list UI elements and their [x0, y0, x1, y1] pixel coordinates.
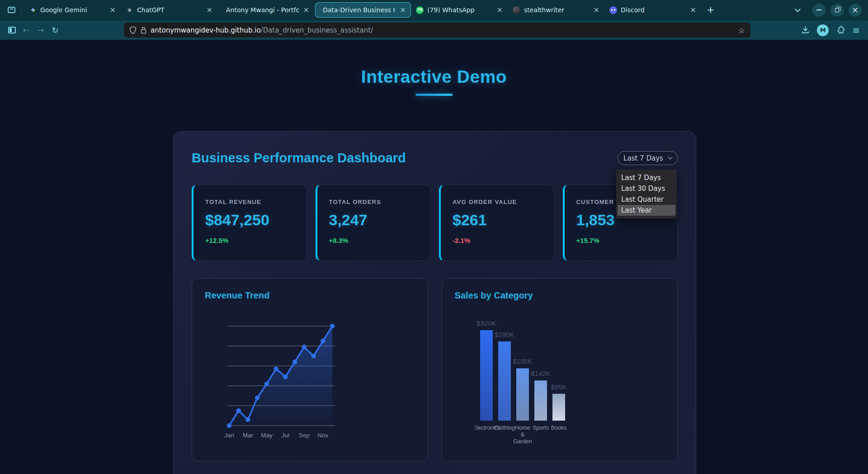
kpi-row: TOTAL REVENUE$847,250+12.5%TOTAL ORDERS3… — [192, 185, 678, 261]
dropdown-option[interactable]: Last 30 Days — [616, 183, 677, 194]
tab-close-icon[interactable]: × — [689, 6, 697, 14]
dropdown-option[interactable]: Last Quarter — [616, 194, 677, 205]
page-title: Interactive Demo — [0, 40, 868, 87]
svg-text:Sports: Sports — [532, 425, 548, 431]
new-tab-button[interactable]: + — [701, 5, 720, 15]
sphere-icon — [513, 6, 520, 14]
svg-text:Home: Home — [515, 425, 530, 431]
list-all-tabs-button[interactable] — [791, 3, 804, 17]
kpi-card: AVG ORDER VALUE$261-2.1% — [439, 185, 554, 261]
maximize-button[interactable] — [830, 4, 844, 17]
url-host: antonymwangidev-hub.github.io — [151, 26, 261, 34]
url-text: antonymwangidev-hub.github.io/Data_drive… — [151, 26, 373, 34]
tab-strip: ✦Google Gemini×✳ChatGPT×Antony Mwangi - … — [25, 2, 701, 18]
chevron-down-icon — [668, 155, 672, 160]
firefox-view-icon — [8, 7, 15, 13]
forward-button[interactable]: → — [33, 23, 48, 38]
svg-text:May: May — [261, 432, 273, 439]
date-range-select[interactable]: Last 7 Days — [618, 151, 678, 165]
dropdown-option[interactable]: Last Year — [618, 205, 675, 216]
bookmark-star-icon[interactable]: ☆ — [738, 26, 745, 35]
revenue-trend-line-chart: JanMarMayJulSepNov — [222, 322, 340, 451]
kpi-change: +12.5% — [205, 237, 295, 244]
close-icon: × — [852, 6, 858, 14]
discord-icon — [609, 6, 617, 14]
tabbar-separator — [21, 4, 21, 16]
tab-title: ChatGPT — [137, 6, 202, 14]
kpi-label: AVG ORDER VALUE — [453, 199, 542, 205]
svg-text:Books: Books — [551, 425, 566, 431]
chevron-down-icon — [795, 6, 801, 12]
kpi-change: +15.7% — [576, 237, 666, 244]
title-underline — [415, 94, 453, 96]
kpi-value: 3,247 — [329, 211, 419, 229]
lock-icon[interactable] — [141, 27, 146, 34]
svg-text:$280K: $280K — [495, 331, 514, 338]
browser-tab[interactable]: 79(79) WhatsApp× — [412, 2, 508, 18]
sidebar-icon — [8, 27, 16, 33]
tab-title: Google Gemini — [40, 6, 105, 14]
dashboard-heading: Business Performance Dashboard — [192, 151, 406, 166]
svg-text:Jul: Jul — [282, 432, 289, 439]
chart-title: Revenue Trend — [205, 290, 415, 301]
browser-tab[interactable]: ✦Google Gemini× — [25, 2, 121, 18]
firefox-view-button[interactable] — [4, 2, 19, 18]
browser-window: ✦Google Gemini×✳ChatGPT×Antony Mwangi - … — [0, 0, 868, 474]
tab-title: Discord — [621, 6, 686, 14]
tab-title: stealthwriter — [524, 6, 589, 14]
browser-tab[interactable]: stealthwriter× — [509, 2, 604, 18]
back-button[interactable]: ← — [19, 23, 33, 38]
tab-close-icon[interactable]: × — [206, 6, 213, 14]
kpi-card: TOTAL ORDERS3,247+8.3% — [316, 185, 431, 261]
kpi-card: TOTAL REVENUE$847,250+12.5% — [192, 185, 307, 261]
tab-close-icon[interactable]: × — [302, 6, 310, 14]
dashboard-header: Business Performance Dashboard Last 7 Da… — [192, 151, 678, 166]
sales-by-category-bar-chart: $320KElectronics$280KClothing$185KHome&G… — [475, 310, 588, 460]
tab-bar: ✦Google Gemini×✳ChatGPT×Antony Mwangi - … — [0, 0, 868, 20]
close-window-button[interactable]: × — [849, 4, 862, 17]
kpi-value: $847,250 — [205, 211, 295, 229]
navigation-bar: ← → ↻ antonymwangidev-hub.github.io/Data… — [0, 20, 868, 40]
browser-tab[interactable]: ✳ChatGPT× — [122, 2, 217, 18]
svg-text:Garden: Garden — [513, 438, 532, 445]
tab-title: (79) WhatsApp — [427, 6, 492, 14]
svg-text:&: & — [520, 431, 524, 438]
menu-hamburger-icon[interactable]: ≡ — [852, 25, 860, 36]
svg-text:Sep: Sep — [299, 432, 310, 439]
tab-close-icon[interactable]: × — [399, 6, 407, 14]
tab-title: Data-Driven Business Intellig — [323, 6, 396, 14]
chatgpt-icon: ✳ — [126, 6, 133, 14]
toolbar-right: M ≡ — [801, 24, 860, 36]
browser-tab[interactable]: Antony Mwangi - Portfolio× — [218, 2, 314, 18]
downloads-icon[interactable] — [801, 26, 810, 34]
gemini-icon: ✦ — [29, 6, 37, 14]
page-content: Interactive Demo Business Performance Da… — [0, 40, 868, 474]
browser-tab[interactable]: Discord× — [605, 2, 701, 18]
minimize-button[interactable] — [812, 4, 826, 17]
kpi-label: TOTAL ORDERS — [329, 199, 419, 205]
browser-tab[interactable]: Data-Driven Business Intellig× — [315, 2, 411, 18]
kpi-change: +8.3% — [329, 237, 419, 244]
maximize-icon — [835, 8, 839, 12]
url-bar[interactable]: antonymwangidev-hub.github.io/Data_drive… — [124, 23, 750, 38]
tab-close-icon[interactable]: × — [109, 6, 117, 14]
tab-close-icon[interactable]: × — [496, 6, 504, 14]
shield-icon[interactable] — [129, 26, 137, 34]
select-dropdown-menu: Last 7 DaysLast 30 DaysLast QuarterLast … — [616, 170, 677, 218]
date-range-value: Last 7 Days — [623, 154, 663, 162]
kpi-value: $261 — [453, 211, 542, 229]
reload-button[interactable]: ↻ — [48, 23, 62, 38]
kpi-label: TOTAL REVENUE — [205, 199, 295, 205]
extensions-puzzle-icon[interactable] — [836, 26, 845, 35]
svg-text:Mar: Mar — [243, 432, 254, 439]
dropdown-option[interactable]: Last 7 Days — [616, 172, 677, 183]
account-avatar[interactable]: M — [817, 24, 829, 36]
chart-title: Sales by Category — [455, 290, 665, 301]
tab-close-icon[interactable]: × — [593, 6, 600, 14]
sidebar-toggle-button[interactable] — [5, 23, 19, 38]
svg-text:$185K: $185K — [513, 357, 532, 365]
whatsapp-badge-icon: 79 — [416, 6, 424, 14]
kpi-change: -2.1% — [453, 237, 542, 244]
window-controls: × — [812, 4, 862, 17]
svg-text:$142K: $142K — [531, 370, 550, 377]
